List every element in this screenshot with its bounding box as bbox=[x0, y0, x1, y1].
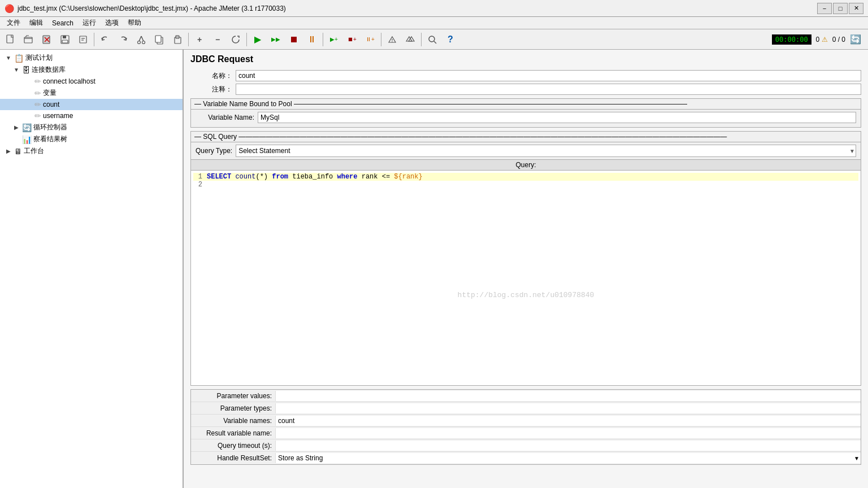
bottom-fields: Parameter values: Parameter types: Varia… bbox=[190, 389, 861, 465]
svg-line-22 bbox=[434, 41, 436, 43]
tree-node-loop-controller[interactable]: ▶ 🔄 循环控制器 bbox=[0, 121, 183, 133]
toggle-connect-db[interactable]: ▼ bbox=[12, 66, 20, 74]
watermark: http://blog.csdn.net/u010978840 bbox=[458, 291, 594, 299]
sql-query-title: SQL Query bbox=[203, 133, 237, 141]
open-button[interactable] bbox=[20, 32, 37, 47]
test-plan-icon: 📋 bbox=[14, 54, 24, 63]
menu-file[interactable]: 文件 bbox=[2, 17, 25, 29]
shutdown-button[interactable]: ⏸ bbox=[303, 32, 320, 47]
right-panel: JDBC Request 名称： 注释： — Variable Name Bou… bbox=[184, 50, 868, 488]
tree-node-test-plan[interactable]: ▼ 📋 测试计划 bbox=[0, 52, 183, 64]
tree-node-connect-localhost[interactable]: ✏ connect localhost bbox=[0, 76, 183, 87]
query-line-1: 1 SELECT count(*) from tieba_info where … bbox=[193, 173, 858, 181]
menu-search[interactable]: Search bbox=[47, 18, 78, 28]
clear-all-button[interactable] bbox=[402, 32, 419, 47]
connect-db-icon: 🗄 bbox=[22, 66, 30, 75]
name-label: 名称： bbox=[190, 71, 236, 81]
menu-edit[interactable]: 编辑 bbox=[25, 17, 47, 29]
redo-button[interactable] bbox=[115, 32, 132, 47]
undo-button[interactable] bbox=[97, 32, 114, 47]
query-timeout-input[interactable] bbox=[276, 441, 861, 451]
svg-rect-6 bbox=[63, 36, 66, 38]
clear-button[interactable] bbox=[384, 32, 401, 47]
stop-button[interactable]: ⏹ bbox=[285, 32, 302, 47]
variables-icon: ✏ bbox=[34, 89, 41, 98]
tree-node-workbench[interactable]: ▶ 🖥 工作台 bbox=[0, 145, 183, 157]
query-area-header: Query: bbox=[191, 159, 861, 171]
expand-button[interactable]: + bbox=[191, 32, 208, 47]
timer-display: 00:00:00 bbox=[772, 34, 811, 45]
result-variable-input[interactable] bbox=[276, 428, 861, 438]
paste-button[interactable] bbox=[169, 32, 186, 47]
count-label: count bbox=[43, 101, 59, 108]
toolbar: + − ▶ ▶▶ ⏹ ⏸ ▶+ ⏹+ ⏸+ ? 00:00:00 0 ⚠ 0 /… bbox=[0, 29, 868, 50]
tree-node-count[interactable]: ✏ count bbox=[0, 99, 183, 110]
minimize-button[interactable]: − bbox=[817, 3, 832, 14]
connect-db-label: 连接数据库 bbox=[32, 65, 66, 75]
query-line-2: 2 bbox=[193, 181, 858, 189]
parameter-types-label: Parameter types: bbox=[191, 403, 276, 413]
toggle-button[interactable] bbox=[227, 32, 244, 47]
svg-point-12 bbox=[142, 41, 145, 43]
parameter-values-label: Parameter values: bbox=[191, 391, 276, 401]
search-button[interactable] bbox=[424, 32, 441, 47]
maximize-button[interactable]: □ bbox=[833, 3, 848, 14]
cut-button[interactable] bbox=[133, 32, 150, 47]
title-bar: 🔴 jdbc_test.jmx (C:\Users\slowchen\Deskt… bbox=[0, 0, 868, 17]
handle-resultset-wrapper: Store as String Store as Object Count Re… bbox=[276, 453, 861, 463]
panel-title: JDBC Request bbox=[190, 54, 861, 64]
workbench-label: 工作台 bbox=[24, 146, 44, 156]
separator-4 bbox=[323, 33, 323, 46]
handle-resultset-label: Handle ResultSet: bbox=[191, 453, 276, 463]
close-file-button[interactable] bbox=[38, 32, 55, 47]
new-button[interactable] bbox=[2, 32, 19, 47]
name-input[interactable] bbox=[236, 70, 861, 81]
menu-run[interactable]: 运行 bbox=[78, 17, 101, 29]
tree-node-username[interactable]: ✏ username bbox=[0, 110, 183, 121]
comment-input[interactable] bbox=[236, 84, 861, 95]
svg-point-21 bbox=[429, 36, 435, 42]
svg-point-20 bbox=[392, 41, 393, 42]
spinner-icon: 🔄 bbox=[850, 34, 861, 45]
tree-container: ▼ 📋 测试计划 ▼ 🗄 连接数据库 ✏ connect localhost bbox=[0, 50, 183, 159]
save-button[interactable] bbox=[57, 32, 73, 47]
remote-stop-button[interactable]: ⏹+ bbox=[344, 32, 361, 47]
remote-shutdown-button[interactable]: ⏸+ bbox=[362, 32, 379, 47]
variable-names-input[interactable] bbox=[276, 416, 861, 426]
query-editor[interactable]: 1 SELECT count(*) from tieba_info where … bbox=[191, 171, 861, 385]
close-button[interactable]: ✕ bbox=[849, 3, 863, 14]
name-row: 名称： bbox=[190, 70, 861, 81]
start-no-pause-button[interactable]: ▶▶ bbox=[267, 32, 284, 47]
query-type-select-wrapper: Select Statement Update Statement Callab… bbox=[236, 145, 856, 157]
menu-help[interactable]: 帮助 bbox=[123, 17, 146, 29]
remote-start-button[interactable]: ▶+ bbox=[326, 32, 342, 47]
parameter-values-input[interactable] bbox=[276, 391, 861, 401]
tree-node-view-results[interactable]: 📊 察看结果树 bbox=[0, 133, 183, 145]
query-type-select[interactable]: Select Statement Update Statement Callab… bbox=[236, 145, 856, 157]
handle-resultset-select[interactable]: Store as String Store as Object Count Re… bbox=[276, 453, 861, 463]
tree-node-variables[interactable]: ✏ 变量 bbox=[0, 87, 183, 99]
query-type-label: Query Type: bbox=[196, 147, 232, 155]
copy-button[interactable] bbox=[151, 32, 168, 47]
revert-button[interactable] bbox=[75, 32, 92, 47]
collapse-button[interactable]: − bbox=[209, 32, 226, 47]
separator-3 bbox=[246, 33, 247, 46]
handle-resultset-row: Handle ResultSet: Store as String Store … bbox=[191, 452, 861, 464]
variable-pool-title: Variable Name Bound to Pool bbox=[203, 100, 292, 108]
svg-rect-8 bbox=[80, 36, 86, 43]
warning-count: 0 ⚠ bbox=[816, 36, 828, 43]
toggle-loop[interactable]: ▶ bbox=[12, 124, 20, 132]
app-icon: 🔴 bbox=[5, 4, 14, 13]
toggle-workbench[interactable]: ▶ bbox=[5, 147, 12, 155]
variable-name-input[interactable] bbox=[258, 112, 856, 123]
parameter-types-input[interactable] bbox=[276, 403, 861, 413]
tree-node-connect-db[interactable]: ▼ 🗄 连接数据库 bbox=[0, 64, 183, 76]
menu-options[interactable]: 选项 bbox=[101, 17, 123, 29]
loop-label: 循环控制器 bbox=[33, 123, 67, 132]
help-button[interactable]: ? bbox=[442, 32, 459, 47]
workbench-icon: 🖥 bbox=[14, 147, 22, 156]
start-button[interactable]: ▶ bbox=[249, 32, 266, 47]
toggle-test-plan[interactable]: ▼ bbox=[5, 54, 12, 62]
username-icon: ✏ bbox=[34, 111, 41, 120]
svg-rect-7 bbox=[62, 40, 68, 43]
